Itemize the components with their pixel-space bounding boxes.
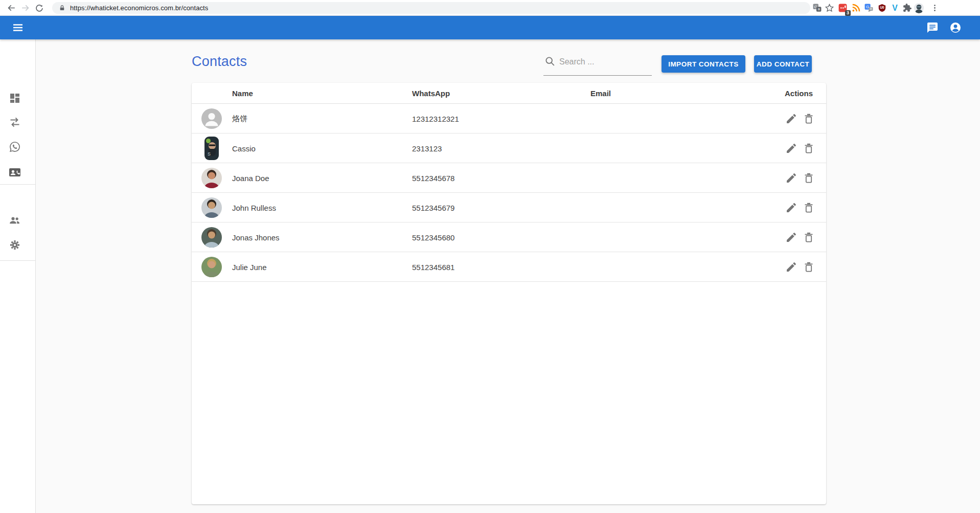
account-circle-icon[interactable] (949, 21, 962, 34)
delete-contact-button[interactable] (803, 172, 815, 184)
forward-arrow-icon[interactable] (19, 2, 31, 14)
edit-pencil-icon (785, 231, 797, 243)
dashboard-icon (9, 92, 21, 104)
delete-contact-button[interactable] (803, 231, 815, 243)
sidebar-item-tickets[interactable] (9, 141, 21, 153)
v-extension-icon[interactable]: V (889, 2, 901, 14)
whatsapp-icon (9, 141, 21, 153)
delete-contact-button[interactable] (803, 142, 815, 154)
table-header: Name WhatsApp Email Actions (192, 83, 826, 104)
red-extension-icon[interactable]: 3 (837, 2, 849, 14)
edit-pencil-icon (785, 261, 797, 273)
sidebar (0, 39, 36, 513)
contact-whatsapp: 5512345681 (412, 262, 454, 271)
gear-icon (9, 239, 21, 251)
svg-text:a: a (870, 7, 872, 10)
chat-icon[interactable] (926, 21, 939, 34)
contact-avatar (201, 168, 222, 188)
edit-pencil-icon (785, 202, 797, 214)
table-row: Joana Doe 5512345678 (192, 163, 826, 193)
contact-whatsapp: 2313123 (412, 144, 442, 152)
delete-trash-icon (803, 261, 815, 273)
swap-arrows-icon (9, 116, 21, 128)
column-header-name: Name (232, 89, 253, 98)
sidebar-item-contacts[interactable] (9, 166, 21, 179)
contact-name: John Rulless (232, 203, 276, 212)
screen: https://whaticket.economicros.com.br/con… (0, 0, 980, 513)
back-arrow-icon[interactable] (6, 2, 17, 14)
contact-name: Julie June (232, 262, 267, 271)
contacts-card: Name WhatsApp Email Actions 烙饼 123123123… (192, 83, 826, 504)
contact-whatsapp: 5512345679 (412, 203, 454, 212)
edit-contact-button[interactable] (785, 172, 797, 184)
contacts-card-icon (9, 166, 21, 179)
contact-name: Cassio (232, 144, 256, 152)
delete-trash-icon (803, 113, 815, 125)
edit-contact-button[interactable] (785, 231, 797, 243)
rss-extension-icon[interactable] (850, 2, 862, 14)
puzzle-extension-icon[interactable] (901, 2, 913, 14)
contact-whatsapp: 12312312321 (412, 114, 459, 123)
delete-contact-button[interactable] (803, 202, 815, 214)
table-row: 烙饼 12312312321 (192, 104, 826, 133)
svg-text:a: a (818, 7, 820, 11)
svg-text:S: S (208, 151, 211, 157)
sidebar-item-users[interactable] (9, 214, 21, 226)
contact-name: Jonas Jhones (232, 233, 280, 241)
contact-avatar (201, 197, 222, 218)
contact-avatar (201, 227, 222, 248)
people-icon (9, 214, 21, 226)
edit-contact-button[interactable] (785, 202, 797, 214)
table-row: John Rulless 5512345679 (192, 193, 826, 222)
edit-contact-button[interactable] (785, 142, 797, 154)
contact-avatar: S (201, 136, 222, 161)
contact-avatar (201, 257, 222, 277)
svg-text:G: G (866, 5, 869, 9)
search-icon (544, 56, 556, 67)
contact-name: 烙饼 (232, 114, 247, 123)
browser-toolbar: https://whaticket.economicros.com.br/con… (0, 0, 980, 16)
svg-text:V: V (892, 4, 898, 12)
contacts-table-body: 烙饼 12312312321 S Cassio 2313123 Joana D (192, 104, 826, 282)
search-field (543, 54, 652, 76)
url-text[interactable]: https://whaticket.economicros.com.br/con… (70, 4, 208, 12)
column-header-actions: Actions (785, 89, 813, 98)
lock-icon (59, 5, 65, 11)
page-translate-icon[interactable]: Ga (811, 2, 823, 14)
sidebar-divider (0, 260, 35, 261)
column-header-email: Email (590, 89, 611, 98)
sidebar-item-settings[interactable] (9, 239, 21, 251)
delete-contact-button[interactable] (803, 113, 815, 125)
table-row: Julie June 5512345681 (192, 252, 826, 282)
contact-whatsapp: 5512345678 (412, 173, 454, 182)
contact-avatar (201, 108, 222, 129)
edit-contact-button[interactable] (785, 261, 797, 273)
table-row: Jonas Jhones 5512345680 (192, 222, 826, 252)
app-bar (0, 16, 980, 39)
add-contact-button[interactable]: ADD CONTACT (754, 55, 812, 73)
edit-contact-button[interactable] (785, 113, 797, 125)
delete-trash-icon (803, 172, 815, 184)
sidebar-item-dashboard[interactable] (9, 92, 21, 104)
sidebar-divider (0, 184, 35, 185)
edit-pencil-icon (785, 172, 797, 184)
search-input[interactable] (559, 54, 650, 70)
bookmark-star-icon[interactable] (824, 2, 835, 14)
import-contacts-button[interactable]: IMPORT CONTACTS (662, 55, 745, 73)
delete-trash-icon (803, 142, 815, 154)
profile-avatar-icon[interactable] (913, 2, 925, 14)
delete-trash-icon (803, 202, 815, 214)
sidebar-item-connections[interactable] (9, 116, 21, 128)
browser-menu-dots-icon[interactable] (929, 2, 941, 14)
refresh-icon[interactable] (33, 2, 45, 14)
delete-trash-icon (803, 231, 815, 243)
url-bar[interactable]: https://whaticket.economicros.com.br/con… (52, 2, 810, 14)
delete-contact-button[interactable] (803, 261, 815, 273)
ublock-extension-icon[interactable]: U0 (876, 2, 888, 14)
table-row: S Cassio 2313123 (192, 133, 826, 163)
contact-name: Joana Doe (232, 173, 269, 182)
svg-text:U0: U0 (880, 6, 884, 9)
hamburger-menu-icon[interactable] (12, 21, 24, 34)
translate-extension-icon[interactable]: Ga (863, 2, 875, 14)
page-title: Contacts (192, 54, 247, 70)
